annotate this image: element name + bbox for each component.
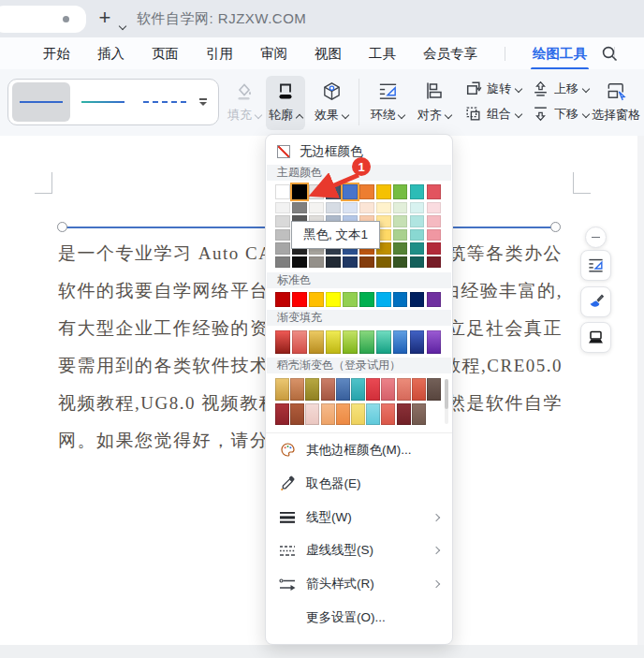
color-swatch[interactable] (309, 292, 324, 307)
float-wrap-button[interactable] (580, 250, 611, 281)
line-style-gallery[interactable] (7, 79, 219, 125)
color-swatch[interactable] (351, 378, 365, 401)
color-swatch[interactable] (410, 215, 425, 227)
menu-tab-4[interactable]: 引用 (206, 45, 233, 63)
color-swatch[interactable] (427, 330, 442, 354)
color-swatch[interactable] (410, 184, 425, 199)
color-swatch[interactable] (275, 256, 290, 268)
gallery-more-button[interactable] (196, 82, 211, 122)
color-swatch[interactable] (359, 292, 374, 307)
color-swatch[interactable] (376, 184, 391, 199)
color-swatch[interactable] (275, 202, 290, 213)
document-tab[interactable] (0, 6, 86, 33)
color-swatch[interactable] (393, 292, 408, 307)
color-swatch[interactable] (427, 184, 442, 199)
color-swatch[interactable] (275, 229, 290, 241)
color-swatch[interactable] (381, 378, 395, 401)
color-swatch[interactable] (427, 202, 442, 213)
color-swatch[interactable] (376, 292, 391, 307)
color-swatch[interactable] (393, 184, 408, 199)
effect-button[interactable]: 效果 (311, 76, 352, 130)
color-swatch[interactable] (410, 292, 425, 307)
color-swatch[interactable] (275, 242, 290, 254)
color-swatch[interactable] (292, 292, 307, 307)
color-swatch[interactable] (397, 378, 411, 401)
color-swatch[interactable] (359, 330, 374, 354)
rotate-button[interactable]: 旋转 (464, 80, 521, 97)
collapse-toolbar-button[interactable] (585, 227, 607, 248)
color-swatch[interactable] (343, 256, 358, 268)
search-button[interactable] (601, 45, 620, 64)
color-swatch[interactable] (366, 378, 380, 401)
dropdown-menu-item-5[interactable]: 箭头样式(R) (266, 567, 452, 601)
color-swatch[interactable] (410, 202, 425, 213)
color-swatch[interactable] (376, 202, 391, 213)
color-swatch[interactable] (321, 403, 335, 426)
color-swatch[interactable] (326, 292, 341, 307)
color-swatch[interactable] (321, 378, 335, 401)
dropdown-menu-item-6[interactable]: 更多设置(O)... (266, 601, 452, 635)
color-swatch[interactable] (412, 403, 426, 426)
align-button[interactable]: 对齐 (413, 76, 456, 130)
dropdown-menu-item-3[interactable]: 线型(W) (266, 501, 452, 534)
color-swatch[interactable] (393, 256, 408, 268)
bring-forward-button[interactable]: 上移 (532, 80, 589, 97)
color-swatch[interactable] (275, 292, 290, 307)
color-swatch[interactable] (359, 256, 374, 268)
color-swatch[interactable] (305, 403, 319, 426)
color-swatch[interactable] (376, 330, 391, 354)
color-swatch[interactable] (292, 256, 307, 268)
float-brush-button[interactable] (580, 286, 611, 317)
menu-tab-9[interactable]: 绘图工具 (533, 45, 587, 63)
color-swatch[interactable] (275, 403, 289, 426)
new-tab-button[interactable]: + (94, 4, 116, 32)
color-swatch[interactable] (305, 378, 319, 401)
color-swatch[interactable] (412, 378, 426, 401)
color-swatch[interactable] (326, 330, 341, 354)
color-swatch[interactable] (376, 256, 391, 268)
color-swatch[interactable] (343, 292, 358, 307)
color-swatch[interactable] (393, 242, 408, 254)
color-swatch[interactable] (427, 292, 442, 307)
color-swatch[interactable] (275, 378, 289, 401)
menu-tab-1[interactable]: 开始 (43, 45, 70, 63)
color-swatch[interactable] (381, 403, 395, 426)
dropdown-menu-item-2[interactable]: 取色器(E) (266, 467, 452, 501)
color-swatch[interactable] (410, 242, 425, 254)
color-swatch[interactable] (275, 184, 290, 199)
menu-tab-2[interactable]: 插入 (97, 45, 124, 63)
color-swatch[interactable] (292, 330, 307, 354)
color-swatch[interactable] (351, 403, 365, 426)
menu-tab-5[interactable]: 审阅 (260, 45, 287, 63)
shape-handle-right[interactable] (550, 222, 561, 232)
color-swatch[interactable] (427, 215, 442, 227)
color-swatch[interactable] (393, 215, 408, 227)
menu-tab-6[interactable]: 视图 (315, 45, 342, 63)
selection-pane-button[interactable]: 选择窗格 (590, 76, 642, 130)
color-swatch[interactable] (290, 378, 304, 401)
shape-handle-left[interactable] (57, 222, 67, 232)
menu-tab-8[interactable]: 会员专享 (423, 45, 477, 63)
color-swatch[interactable] (427, 378, 441, 401)
color-swatch[interactable] (393, 330, 408, 354)
docer-scrollbar[interactable] (445, 379, 448, 424)
color-swatch[interactable] (393, 229, 408, 241)
outline-button[interactable]: 轮廓 (266, 76, 305, 130)
menu-tab-3[interactable]: 页面 (152, 45, 179, 63)
color-swatch[interactable] (427, 256, 442, 268)
color-swatch[interactable] (309, 330, 324, 354)
color-swatch[interactable] (427, 242, 442, 254)
send-backward-button[interactable]: 下移 (532, 105, 589, 123)
window-scrollbar[interactable] (637, 136, 644, 645)
color-swatch[interactable] (275, 215, 290, 227)
color-swatch[interactable] (410, 229, 425, 241)
group-button[interactable]: 组合 (464, 105, 521, 123)
color-swatch[interactable] (309, 256, 324, 268)
line-style-preset-solid[interactable] (12, 82, 70, 122)
wrap-button[interactable]: 环绕 (366, 76, 409, 130)
color-swatch[interactable] (366, 403, 380, 426)
color-swatch[interactable] (326, 256, 341, 268)
color-swatch[interactable] (336, 378, 350, 401)
color-swatch[interactable] (336, 403, 350, 426)
menu-tab-7[interactable]: 工具 (369, 45, 396, 63)
